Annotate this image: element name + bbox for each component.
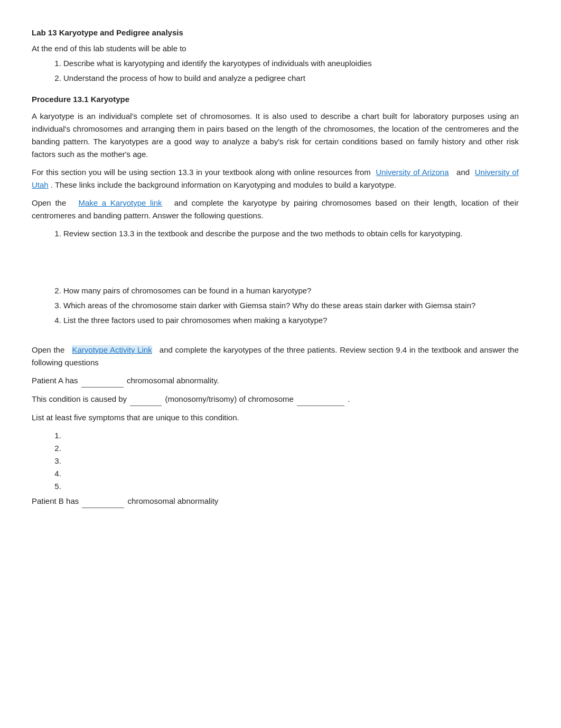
karyotype-activity-link[interactable]: Karyotype Activity Link (72, 345, 152, 354)
symptom-5 (63, 480, 519, 493)
questions-list: Review section 13.3 in the textbook and … (63, 227, 519, 327)
patient-a-symptoms-list (63, 429, 519, 493)
objective-1: Describe what is karyotyping and identif… (63, 57, 519, 70)
activity-para-prefix: Open the (32, 345, 64, 354)
patient-a-line2: This condition is caused by (monosomy/tr… (32, 393, 519, 406)
lab-title: Lab 13 Karyotype and Pedigree analysis (32, 26, 519, 39)
patient-b-line1: Patient B has chromosomal abnormality (32, 495, 519, 508)
patient-a-line2-prefix: This condition is caused by (32, 394, 127, 403)
question-4: List the three factors used to pair chro… (63, 314, 519, 327)
patient-a-line2-suffix: . (348, 394, 350, 403)
patient-b-line1-suffix: chromosomal abnormality (128, 496, 219, 505)
body-para-3: Open the Make a Karyotype link and compl… (32, 197, 519, 222)
body-para-2-suffix: . These links include the background inf… (51, 180, 396, 189)
patient-b-line1-prefix: Patient B has (32, 496, 79, 505)
question-2: How many pairs of chromosomes can be fou… (63, 284, 519, 297)
patient-a-blank-2[interactable] (130, 393, 162, 406)
body-para-3-prefix: Open the (32, 198, 66, 207)
patient-a-blank-3[interactable] (297, 393, 344, 406)
body-para-2-mid: and (456, 168, 470, 177)
make-karyotype-link[interactable]: Make a Karyotype link (78, 198, 162, 207)
question-1: Review section 13.3 in the textbook and … (63, 227, 519, 282)
activity-para: Open the Karyotype Activity Link and com… (32, 344, 519, 369)
body-para-2: For this section you will be using secti… (32, 166, 519, 191)
question-3: Which areas of the chromosome stain dark… (63, 299, 519, 312)
university-arizona-link[interactable]: University of Arizona (376, 168, 449, 177)
body-para-2-prefix: For this section you will be using secti… (32, 168, 371, 177)
patient-a-line1: Patient A has chromosomal abnormality. (32, 374, 519, 388)
section-heading: Procedure 13.1 Karyotype (32, 93, 519, 106)
patient-a-line1-prefix: Patient A has (32, 376, 78, 385)
body-para-1: A karyotype is an individual's complete … (32, 110, 519, 161)
patient-b-blank-1[interactable] (82, 495, 124, 508)
objective-2: Understand the process of how to build a… (63, 72, 519, 85)
patient-a-line1-suffix: chromosomal abnormality. (127, 376, 219, 385)
patient-a-list-label: List at least five symptoms that are uni… (32, 411, 519, 424)
intro-line: At the end of this lab students will be … (32, 42, 519, 55)
objectives-list: Describe what is karyotyping and identif… (63, 57, 519, 85)
symptom-4 (63, 467, 519, 480)
patient-a-blank-1[interactable] (81, 374, 124, 388)
patient-a-line2-mid: (monosomy/trisomy) of chromosome (165, 394, 293, 403)
symptom-1 (63, 429, 519, 442)
symptom-3 (63, 455, 519, 467)
symptom-2 (63, 442, 519, 455)
